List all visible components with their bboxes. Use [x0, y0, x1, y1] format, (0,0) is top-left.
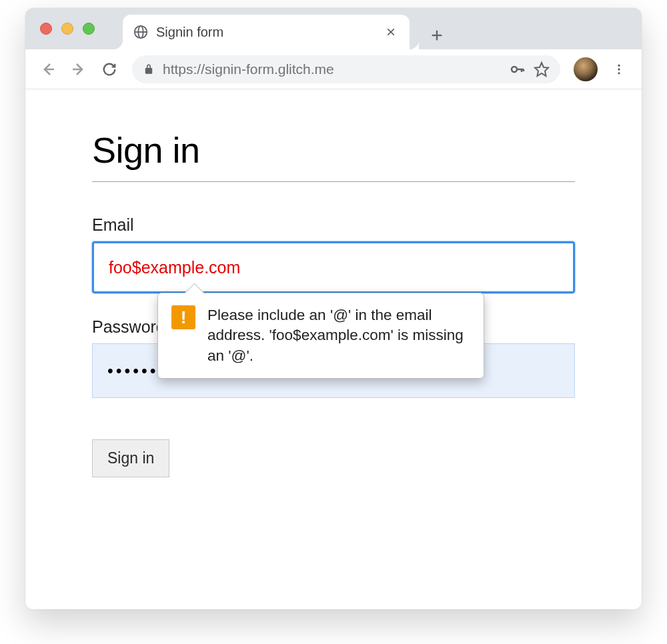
email-label: Email: [92, 215, 575, 235]
svg-point-9: [512, 67, 517, 72]
page-heading: Sign in: [92, 129, 575, 182]
new-tab-button[interactable]: [430, 28, 444, 49]
window-controls: [40, 23, 95, 35]
tab-title: Signin form: [156, 25, 383, 40]
email-group: Email ! Please include an '@' in the ema…: [92, 215, 575, 293]
back-button[interactable]: [35, 56, 61, 83]
globe-icon: [133, 25, 148, 39]
svg-point-15: [618, 68, 620, 70]
minimize-window-button[interactable]: [61, 23, 73, 35]
close-window-button[interactable]: [40, 23, 52, 35]
browser-window: Signin form: [25, 8, 642, 609]
svg-point-16: [618, 72, 620, 74]
browser-tab[interactable]: Signin form: [123, 15, 410, 49]
maximize-window-button[interactable]: [83, 23, 95, 35]
lock-icon: [143, 63, 155, 75]
profile-avatar[interactable]: [574, 57, 598, 81]
page-content: Sign in Email ! Please include an '@' in…: [25, 89, 642, 517]
bookmark-star-icon[interactable]: [534, 61, 550, 77]
warning-icon: !: [171, 305, 195, 329]
svg-point-14: [618, 64, 620, 66]
key-icon[interactable]: [510, 61, 526, 77]
signin-button[interactable]: Sign in: [92, 439, 169, 477]
browser-toolbar: https://signin-form.glitch.me: [25, 49, 642, 89]
forward-button[interactable]: [65, 56, 92, 83]
validation-message: Please include an '@' in the email addre…: [207, 305, 470, 366]
reload-button[interactable]: [96, 56, 123, 83]
tab-close-icon[interactable]: [383, 24, 399, 40]
browser-menu-button[interactable]: [606, 56, 632, 83]
validation-tooltip: ! Please include an '@' in the email add…: [157, 293, 484, 379]
titlebar: Signin form: [25, 8, 642, 49]
url-text: https://signin-form.glitch.me: [163, 61, 502, 77]
address-bar[interactable]: https://signin-form.glitch.me: [132, 55, 560, 83]
email-input[interactable]: [92, 241, 575, 293]
svg-marker-13: [535, 63, 548, 76]
